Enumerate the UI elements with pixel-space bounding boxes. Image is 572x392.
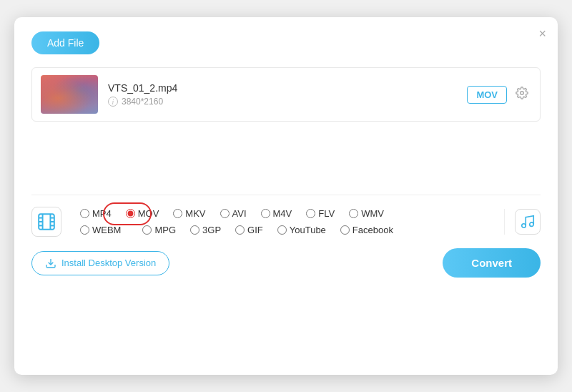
file-info: VTS_01_2.mp4 i 3840*2160	[108, 82, 457, 107]
format-3gp-label: 3GP	[202, 225, 221, 235]
file-resolution: 3840*2160	[122, 97, 163, 107]
file-thumbnail	[41, 75, 98, 114]
convert-button[interactable]: Convert	[443, 248, 541, 278]
close-button[interactable]: ×	[538, 27, 546, 40]
format-gif-label: GIF	[247, 225, 263, 235]
format-avi[interactable]: AVI	[213, 207, 254, 220]
music-icon	[515, 209, 541, 235]
settings-button[interactable]	[513, 85, 531, 104]
format-mov-label: MOV	[138, 208, 159, 219]
format-m4v-label: M4V	[273, 208, 292, 219]
format-avi-label: AVI	[232, 208, 247, 219]
main-dialog: × Add File VTS_01_2.mp4 i 3840*2160 MOV	[14, 17, 558, 375]
format-gif[interactable]: GIF	[228, 223, 270, 237]
format-facebook-label: Facebook	[352, 225, 393, 235]
file-row: VTS_01_2.mp4 i 3840*2160 MOV	[31, 67, 541, 122]
format-mpg[interactable]: MPG	[128, 223, 183, 237]
format-youtube-label: YouTube	[290, 225, 326, 235]
add-file-button[interactable]: Add File	[31, 31, 99, 54]
svg-point-0	[521, 91, 524, 94]
install-desktop-button[interactable]: Install Desktop Version	[31, 251, 169, 275]
format-mpg-label: MPG	[154, 225, 176, 235]
format-mov[interactable]: MOV	[119, 207, 167, 220]
format-flv-label: FLV	[318, 208, 335, 219]
format-wmv-label: WMV	[361, 208, 384, 219]
format-mkv[interactable]: MKV	[166, 207, 212, 220]
download-icon	[45, 258, 56, 269]
format-mp4[interactable]: MP4	[73, 207, 119, 220]
file-meta: i 3840*2160	[108, 97, 457, 107]
install-label: Install Desktop Version	[61, 258, 156, 268]
film-icon	[31, 207, 61, 237]
format-3gp[interactable]: 3GP	[183, 223, 228, 237]
format-selector: MP4 MOV MKV AVI	[31, 207, 541, 237]
content-spacer	[31, 130, 541, 187]
bottom-actions: Install Desktop Version Convert	[31, 248, 541, 278]
format-m4v[interactable]: M4V	[254, 207, 300, 220]
format-mp4-label: MP4	[92, 208, 112, 219]
format-badge[interactable]: MOV	[467, 86, 507, 104]
format-facebook[interactable]: Facebook	[333, 223, 400, 237]
format-webm[interactable]: WEBM	[73, 223, 128, 237]
svg-point-11	[530, 222, 534, 227]
file-name: VTS_01_2.mp4	[108, 82, 457, 94]
format-webm-label: WEBM	[92, 225, 121, 235]
format-mkv-label: MKV	[185, 208, 205, 219]
format-flv[interactable]: FLV	[299, 207, 342, 220]
svg-point-10	[522, 224, 526, 228]
separator	[504, 209, 505, 235]
info-icon: i	[108, 97, 118, 107]
format-wmv[interactable]: WMV	[342, 207, 391, 220]
format-youtube[interactable]: YouTube	[270, 223, 333, 237]
bottom-section: MP4 MOV MKV AVI	[31, 195, 541, 278]
